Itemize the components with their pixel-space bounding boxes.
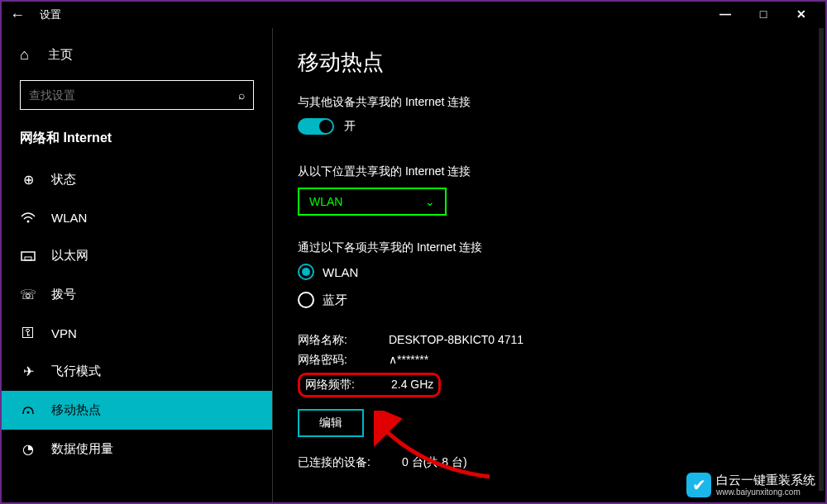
connected-label: 已连接的设备: <box>298 455 402 470</box>
chevron-down-icon: ⌄ <box>425 195 435 208</box>
share-from-select[interactable]: WLAN ⌄ <box>298 188 447 216</box>
sidebar-item-label: VPN <box>51 326 77 340</box>
wifi-icon <box>20 212 36 224</box>
home-label: 主页 <box>48 47 73 63</box>
radio-wlan[interactable]: WLAN <box>298 264 801 280</box>
network-name-row: 网络名称: DESKTOP-8BKICT0 4711 <box>298 333 801 348</box>
back-icon[interactable]: ← <box>10 7 33 24</box>
window-title: 设置 <box>40 7 61 22</box>
home-link[interactable]: ⌂ 主页 <box>2 38 272 72</box>
svg-rect-1 <box>22 252 35 260</box>
sidebar-item-data[interactable]: ◔ 数据使用量 <box>2 430 272 468</box>
home-icon: ⌂ <box>20 46 36 64</box>
edit-button[interactable]: 编辑 <box>298 409 364 437</box>
network-name-label: 网络名称: <box>298 333 389 348</box>
search-icon: ⌕ <box>238 88 245 102</box>
maximize-button[interactable]: □ <box>744 2 782 26</box>
watermark-url: www.baiyunxitong.com <box>716 487 815 497</box>
hotspot-icon <box>20 404 36 417</box>
sidebar-item-vpn[interactable]: ⚿ VPN <box>2 314 272 352</box>
title-bar: ← 设置 <box>2 2 825 28</box>
share-label: 与其他设备共享我的 Internet 连接 <box>298 95 801 110</box>
close-button[interactable]: ✕ <box>782 2 820 26</box>
toggle-state: 开 <box>344 119 356 134</box>
sidebar-item-label: 数据使用量 <box>51 441 113 457</box>
scrollbar[interactable] <box>819 28 824 491</box>
connected-row: 已连接的设备: 0 台(共 8 台) <box>298 455 801 470</box>
airplane-icon: ✈ <box>20 364 36 379</box>
share-via-label: 通过以下各项共享我的 Internet 连接 <box>298 240 801 255</box>
search-box[interactable]: ⌕ <box>20 80 254 110</box>
search-input[interactable] <box>29 88 227 102</box>
edit-button-label: 编辑 <box>319 416 342 430</box>
sidebar-item-ethernet[interactable]: 以太网 <box>2 236 272 275</box>
network-band-value: 2.4 GHz <box>391 378 433 392</box>
sidebar-item-airplane[interactable]: ✈ 飞行模式 <box>2 352 272 391</box>
window-controls: — □ ✕ <box>706 2 820 26</box>
radio-label: 蓝牙 <box>323 292 347 308</box>
svg-point-3 <box>27 411 30 413</box>
network-password-value: ∧******* <box>389 353 428 368</box>
svg-point-0 <box>27 220 30 222</box>
minimize-button[interactable]: — <box>706 2 744 26</box>
dialup-icon: ☏ <box>20 287 36 302</box>
sidebar-item-dialup[interactable]: ☏ 拨号 <box>2 275 272 314</box>
toggle-switch[interactable] <box>298 118 334 135</box>
sidebar: ⌂ 主页 ⌕ 网络和 Internet ⊕ 状态 WLAN 以太网 ☏ 拨号 <box>2 28 273 502</box>
sidebar-item-label: 飞行模式 <box>51 364 101 379</box>
network-password-label: 网络密码: <box>298 353 389 368</box>
watermark-logo-icon: ✔ <box>686 473 711 497</box>
radio-label: WLAN <box>323 265 358 279</box>
status-icon: ⊕ <box>20 172 36 188</box>
share-from-label: 从以下位置共享我的 Internet 连接 <box>298 164 801 179</box>
sidebar-item-label: 以太网 <box>51 248 88 264</box>
connected-value: 0 台(共 8 台) <box>402 455 467 470</box>
radio-icon <box>298 264 314 280</box>
watermark: ✔ 白云一键重装系统 www.baiyunxitong.com <box>686 473 815 497</box>
sidebar-item-label: 状态 <box>51 172 76 188</box>
network-name-value: DESKTOP-8BKICT0 4711 <box>389 333 523 348</box>
sidebar-item-label: 移动热点 <box>51 402 101 418</box>
page-title: 移动热点 <box>298 48 801 77</box>
radio-bluetooth[interactable]: 蓝牙 <box>298 292 801 308</box>
data-icon: ◔ <box>20 441 36 457</box>
sidebar-item-hotspot[interactable]: 移动热点 <box>2 391 272 430</box>
section-title: 网络和 Internet <box>2 125 272 160</box>
sidebar-item-label: WLAN <box>51 211 87 225</box>
highlight-box: 网络频带: 2.4 GHz <box>298 373 441 397</box>
sidebar-item-status[interactable]: ⊕ 状态 <box>2 160 272 199</box>
watermark-text: 白云一键重装系统 <box>716 473 815 487</box>
share-toggle[interactable]: 开 <box>298 118 801 135</box>
select-value: WLAN <box>309 195 342 208</box>
main-panel: 移动热点 与其他设备共享我的 Internet 连接 开 从以下位置共享我的 I… <box>273 28 825 502</box>
ethernet-icon <box>20 250 36 262</box>
radio-icon <box>298 292 314 308</box>
vpn-icon: ⚿ <box>20 326 36 340</box>
sidebar-item-label: 拨号 <box>51 287 76 302</box>
network-band-label: 网络频带: <box>305 378 391 392</box>
sidebar-item-wlan[interactable]: WLAN <box>2 199 272 236</box>
network-password-row: 网络密码: ∧******* <box>298 353 801 368</box>
toggle-knob <box>319 120 332 133</box>
